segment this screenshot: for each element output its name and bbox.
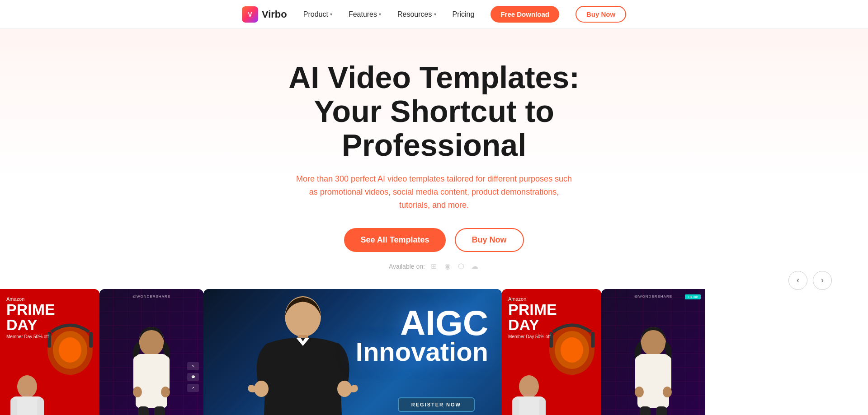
hero-description: More than 300 perfect AI video templates… — [294, 173, 574, 211]
ios-icon: ☁ — [470, 262, 479, 271]
side-icons-2: ✎ 💬 ↗ — [187, 362, 199, 392]
svg-rect-33 — [539, 398, 546, 415]
chrome-icon: ◉ — [443, 262, 452, 271]
template-card-4[interactable]: Amazon PRIMEDAY Member Day 50% off — [502, 289, 601, 415]
logo[interactable]: V Virbo — [242, 6, 287, 23]
carousel-prev-button[interactable]: ‹ — [788, 271, 807, 290]
svg-point-2 — [59, 337, 81, 363]
template-card-center[interactable]: AIGC Innovation REGISTER NOW Be part of … — [203, 289, 502, 415]
logo-text: Virbo — [262, 9, 287, 20]
svg-rect-17 — [138, 406, 149, 415]
buy-now-nav-button[interactable]: Buy Now — [576, 6, 626, 23]
windows-icon: ⊞ — [429, 262, 439, 271]
android-icon: ⬡ — [457, 262, 466, 271]
chevron-down-icon: ▾ — [434, 12, 436, 17]
svg-point-15 — [133, 387, 142, 397]
svg-rect-7 — [10, 398, 17, 415]
svg-point-41 — [663, 387, 672, 397]
prime-day-label-1: PRIMEDAY — [6, 302, 55, 332]
svg-point-5 — [17, 375, 37, 398]
svg-point-30 — [519, 375, 539, 398]
person-image-5 — [619, 323, 687, 415]
edit-icon: ✎ — [187, 362, 199, 370]
navigation: V Virbo Product ▾ Features ▾ Resources ▾… — [0, 0, 868, 29]
svg-rect-29 — [591, 332, 594, 348]
nav-item-features[interactable]: Features ▾ — [349, 9, 381, 20]
template-card-2[interactable]: @WONDERSHARE — [99, 289, 203, 415]
svg-point-23 — [254, 381, 269, 397]
presenter-image — [240, 292, 366, 415]
prime-day-label-4: PRIMEDAY — [508, 302, 557, 332]
chevron-down-icon: ▾ — [379, 12, 381, 17]
template-card-1[interactable]: Amazon PRIMEDAY Member Day 50% off — [0, 289, 99, 415]
chat-icon: 💬 — [187, 373, 199, 381]
hero-title: AI Video Templates: Your Shortcut to Pro… — [231, 61, 637, 162]
carousel-next-button[interactable]: › — [813, 271, 832, 290]
aigc-title: AIGC Innovation — [356, 307, 488, 365]
svg-rect-43 — [656, 406, 667, 415]
svg-point-24 — [337, 381, 352, 397]
template-card-5[interactable]: TikTok @WONDERSHARE — [601, 289, 705, 415]
svg-rect-4 — [89, 332, 93, 348]
svg-rect-32 — [512, 398, 519, 415]
member-day-label-4: Member Day 50% off — [508, 334, 557, 339]
tiktok-watermark-5: TikTok — [685, 294, 701, 299]
chevron-right-icon: › — [821, 275, 824, 285]
person-image-1 — [2, 373, 52, 415]
chevron-down-icon: ▾ — [330, 12, 332, 17]
hero-section: AI Video Templates: Your Shortcut to Pro… — [0, 29, 868, 284]
nav-item-product[interactable]: Product ▾ — [303, 9, 332, 20]
free-download-button[interactable]: Free Download — [491, 6, 559, 23]
svg-point-40 — [635, 387, 644, 397]
svg-rect-18 — [154, 406, 165, 415]
see-all-templates-button[interactable]: See All Templates — [344, 228, 445, 252]
register-now-button[interactable]: REGISTER NOW — [398, 397, 475, 412]
person-image-4 — [504, 373, 554, 415]
buy-now-hero-button[interactable]: Buy Now — [455, 228, 524, 252]
carousel-navigation: ‹ › — [788, 271, 832, 290]
svg-point-16 — [161, 387, 170, 397]
nav-item-pricing[interactable]: Pricing — [453, 9, 475, 20]
chevron-left-icon: ‹ — [797, 275, 799, 285]
svg-point-21 — [285, 296, 321, 337]
person-image-2 — [118, 323, 185, 415]
share-icon: ↗ — [187, 384, 199, 392]
available-on: Available on: ⊞ ◉ ⬡ ☁ — [9, 262, 859, 271]
member-day-label-1: Member Day 50% off — [6, 334, 55, 339]
nav-item-resources[interactable]: Resources ▾ — [397, 9, 436, 20]
carousel-section: ‹ › Amazon PRIMEDAY Member Day 50% off — [0, 284, 868, 415]
svg-rect-42 — [640, 406, 651, 415]
hero-buttons: See All Templates Buy Now — [9, 228, 859, 252]
svg-point-27 — [561, 337, 583, 363]
svg-rect-8 — [37, 398, 44, 415]
watermark-5: @WONDERSHARE — [634, 294, 672, 298]
carousel-track: Amazon PRIMEDAY Member Day 50% off — [0, 289, 868, 415]
watermark-2: @WONDERSHARE — [132, 294, 170, 298]
logo-icon: V — [242, 6, 258, 23]
